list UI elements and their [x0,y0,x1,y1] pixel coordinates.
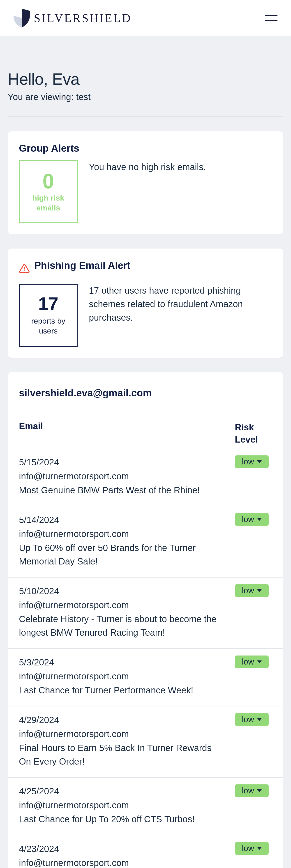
email-subject: Final Hours to Earn 5% Back In Turner Re… [19,741,226,768]
risk-cell: low [235,784,272,826]
email-from: info@turnermotorsport.com [19,598,226,612]
risk-cell: low [235,713,272,768]
risk-cell: low [235,655,272,697]
risk-label: low [242,844,254,853]
risk-level-dropdown[interactable]: low [235,456,269,468]
table-row[interactable]: 4/23/2024info@turnermotorsport.comFinal … [8,835,283,868]
chevron-down-icon [257,460,262,463]
email-info: 4/25/2024info@turnermotorsport.comLast C… [19,784,226,826]
email-info: 5/3/2024info@turnermotorsport.comLast Ch… [19,655,226,697]
risk-cell: low [235,842,272,868]
table-row[interactable]: 5/3/2024info@turnermotorsport.comLast Ch… [8,648,283,706]
brand-name: SILVERSHIELD [34,11,132,25]
viewing-label: You are viewing: [8,92,76,102]
phishing-label: reports by users [31,316,65,336]
phishing-count: 17 [38,295,58,313]
email-date: 4/25/2024 [19,784,226,798]
email-from: info@turnermotorsport.com [19,856,226,868]
chevron-down-icon [257,718,262,721]
email-list-card: silvershield.eva@gmail.com Email Risk Le… [8,372,283,868]
chevron-down-icon [257,518,262,521]
phishing-count-box: 17 reports by users [19,284,78,347]
email-info: 5/10/2024info@turnermotorsport.comCelebr… [19,584,226,639]
account-email: silvershield.eva@gmail.com [19,388,272,399]
viewing-value: test [76,92,90,102]
email-date: 5/15/2024 [19,456,226,469]
email-from: info@turnermotorsport.com [19,527,226,540]
chevron-down-icon [257,589,262,592]
phishing-alert-message: 17 other users have reported phishing sc… [89,284,272,324]
shield-icon [13,8,30,28]
table-row[interactable]: 5/15/2024info@turnermotorsport.comMost G… [8,456,283,506]
risk-label: low [242,657,254,666]
email-subject: Up To 60% off over 50 Brands for the Tur… [19,541,226,568]
risk-level-dropdown[interactable]: low [235,784,269,797]
table-row[interactable]: 4/29/2024info@turnermotorsport.comFinal … [8,706,283,777]
divider [8,117,283,117]
email-date: 5/10/2024 [19,584,226,598]
risk-label: low [242,715,254,724]
high-risk-label: high risk emails [32,193,64,213]
email-info: 5/15/2024info@turnermotorsport.comMost G… [19,456,226,497]
email-date: 4/23/2024 [19,842,226,856]
email-info: 5/14/2024info@turnermotorsport.comUp To … [19,513,226,568]
risk-level-dropdown[interactable]: low [235,513,269,526]
group-alerts-title: Group Alerts [19,143,272,154]
risk-label: low [242,786,254,796]
email-info: 4/29/2024info@turnermotorsport.comFinal … [19,713,226,768]
email-from: info@turnermotorsport.com [19,469,226,483]
risk-level-dropdown[interactable]: low [235,655,269,668]
high-risk-count-box: 0 high risk emails [19,160,78,223]
th-risk: Risk Level [235,421,272,445]
email-subject: Last Chance for Up To 20% off CTS Turbos… [19,812,226,826]
phishing-alert-card: Phishing Email Alert 17 reports by users… [8,249,283,358]
menu-button[interactable] [265,15,278,21]
chevron-down-icon [257,789,262,792]
group-alerts-card: Group Alerts 0 high risk emails You have… [8,131,283,234]
chevron-down-icon [257,660,262,663]
risk-level-dropdown[interactable]: low [235,584,269,597]
email-date: 5/14/2024 [19,513,226,527]
table-row[interactable]: 5/10/2024info@turnermotorsport.comCelebr… [8,577,283,648]
viewing-row: You are viewing: test [8,92,283,102]
table-row[interactable]: 5/14/2024info@turnermotorsport.comUp To … [8,506,283,577]
phishing-alert-title: Phishing Email Alert [34,260,130,271]
risk-label: low [242,586,254,595]
email-subject: Last Chance for Turner Performance Week! [19,683,226,697]
email-from: info@turnermotorsport.com [19,798,226,812]
group-alerts-message: You have no high risk emails. [89,160,272,174]
table-row[interactable]: 4/25/2024info@turnermotorsport.comLast C… [8,777,283,835]
email-date: 5/3/2024 [19,655,226,669]
chevron-down-icon [257,847,262,850]
greeting: Hello, Eva [8,70,283,88]
risk-label: low [242,515,254,524]
warning-icon [19,263,30,274]
header: SILVERSHIELD [0,0,291,36]
risk-cell: low [235,584,272,639]
table-header: Email Risk Level [19,421,272,445]
email-subject: Most Genuine BMW Parts West of the Rhine… [19,483,226,497]
email-rows: 5/15/2024info@turnermotorsport.comMost G… [8,456,283,868]
th-email: Email [19,421,43,431]
email-date: 4/29/2024 [19,713,226,727]
page-content: Hello, Eva You are viewing: test Group A… [0,36,291,868]
high-risk-count: 0 [42,171,54,191]
risk-label: low [242,457,254,466]
email-info: 4/23/2024info@turnermotorsport.comFinal … [19,842,226,868]
risk-level-dropdown[interactable]: low [235,713,269,726]
risk-cell: low [235,513,272,568]
risk-level-dropdown[interactable]: low [235,842,269,855]
risk-cell: low [235,456,272,497]
email-subject: Celebrate History - Turner is about to b… [19,612,226,639]
email-from: info@turnermotorsport.com [19,727,226,741]
brand-logo[interactable]: SILVERSHIELD [13,8,132,28]
email-from: info@turnermotorsport.com [19,670,226,683]
